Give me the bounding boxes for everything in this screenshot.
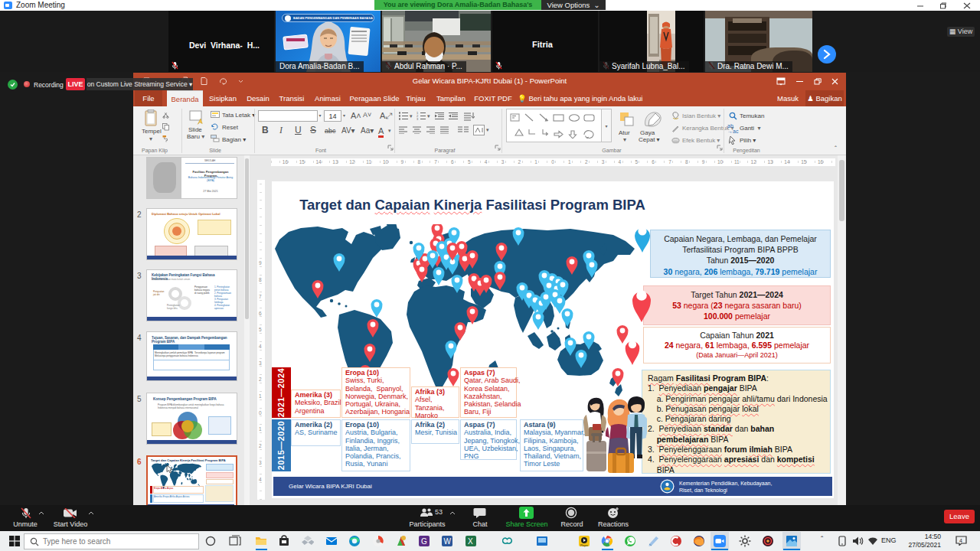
svg-text:W: W xyxy=(444,537,452,546)
svg-text:4: 4 xyxy=(959,538,962,543)
svg-text:Player: Player xyxy=(580,544,589,547)
svg-text:3: 3 xyxy=(416,117,419,120)
svg-text:G: G xyxy=(421,537,427,546)
svg-text:X: X xyxy=(468,537,473,546)
